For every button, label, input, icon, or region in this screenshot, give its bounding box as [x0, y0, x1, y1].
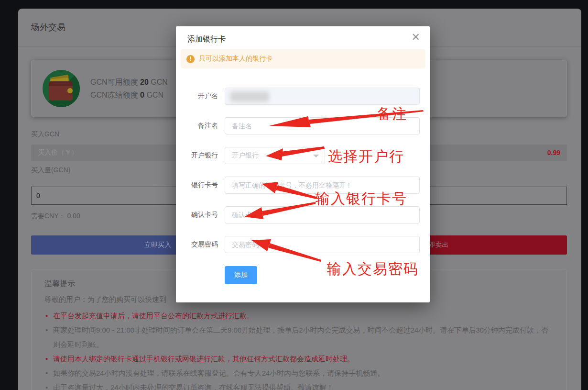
account-name-field — [225, 88, 420, 105]
sell-price-value: 0.99 — [547, 149, 560, 156]
warning-banner: ! 只可以添加本人的银行卡 — [181, 49, 425, 68]
tip-item: 在平台发起充值申请后，请使用平台公布的汇款方式进行汇款。 — [44, 309, 554, 323]
need-cny-text: 需要CNY： 0.00 — [31, 212, 80, 221]
add-bank-card-dialog: 添加银行卡 ✕ ! 只可以添加本人的银行卡 开户名 备注名 开户银行 开户银行 … — [176, 26, 430, 302]
tip-item: 由于咨询量过大，24小时内未处理的交易订单咨询，在线客服无法提供帮助。敬请谅解！ — [44, 380, 554, 390]
remark-name-input[interactable] — [225, 117, 420, 134]
tip-item: 如果你的交易24小时内没有处理，请联系在线客服登记。会有专人24小时内与您联系，… — [44, 366, 554, 380]
card-number-input[interactable] — [225, 177, 420, 194]
close-icon[interactable]: ✕ — [412, 32, 420, 43]
tip-item: 请使用本人绑定的银行卡通过手机银行或网银进行汇款，其他任何方式汇款都会造成延时处… — [44, 352, 554, 366]
trade-password-input[interactable] — [225, 236, 420, 253]
buy-price-placeholder: 买入价（￥） — [38, 148, 78, 157]
chevron-down-icon — [313, 155, 319, 157]
account-name-label: 开户名 — [176, 92, 218, 100]
frozen-balance-line: GCN冻结额度 0 GCN — [90, 89, 168, 101]
bank-select-placeholder: 开户银行 — [232, 151, 259, 160]
confirm-card-input[interactable] — [225, 206, 420, 223]
balance-text: GCN可用额度 20 GCN GCN冻结额度 0 GCN — [90, 76, 168, 101]
buy-section-label: 买入GCN — [31, 130, 59, 139]
bank-label: 开户银行 — [176, 151, 218, 160]
tips-list: 在平台发起充值申请后，请使用平台公布的汇款方式进行汇款。 商家处理时间9:00 … — [44, 309, 554, 390]
add-button[interactable]: 添加 — [225, 266, 257, 284]
warning-icon: ! — [186, 55, 195, 63]
redacted-name — [230, 91, 269, 102]
trade-password-label: 交易密码 — [176, 240, 218, 249]
tip-item: 商家处理时间9:00 - 21:00非处理时间的订单会在第二天9:00开始处理，… — [44, 323, 554, 352]
card-number-label: 银行卡号 — [176, 181, 218, 189]
remark-name-label: 备注名 — [176, 122, 218, 130]
wallet-icon — [43, 70, 80, 107]
frozen-balance-value: 0 — [140, 91, 144, 99]
available-balance-line: GCN可用额度 20 GCN — [90, 76, 168, 89]
warning-text: 只可以添加本人的银行卡 — [199, 55, 272, 63]
dialog-title: 添加银行卡 — [187, 34, 226, 45]
available-balance-value: 20 — [140, 78, 149, 86]
buy-amount-label: 买入量(GCN) — [31, 166, 70, 175]
bank-select[interactable]: 开户银行 — [225, 147, 325, 164]
confirm-card-label: 确认卡号 — [176, 211, 218, 219]
